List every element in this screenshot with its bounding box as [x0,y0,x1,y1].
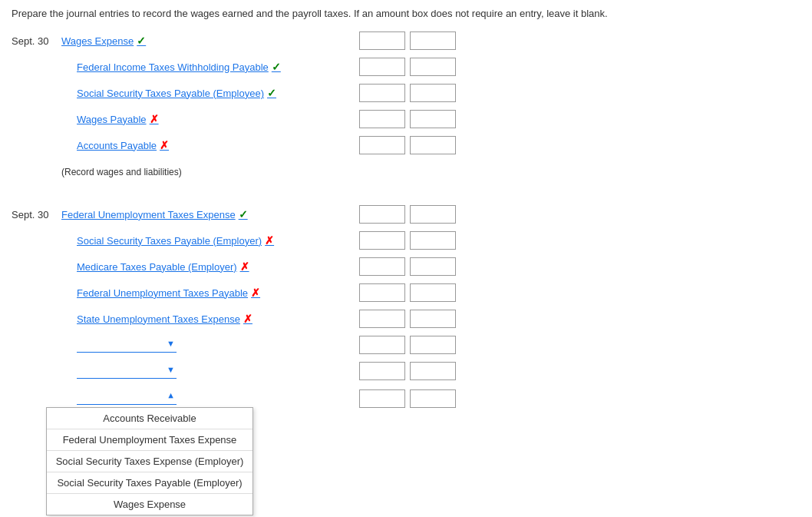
federal-unemp-payable-cross: ✗ [251,287,260,299]
account-wages-payable: Wages Payable ✗ [61,113,353,125]
wages-payable-label: Wages Payable [77,114,147,125]
medicare-employer-cross: ✗ [240,260,249,273]
dropdown-option-accounts-receivable[interactable]: Accounts Receivable [47,408,253,429]
date-sept30-2: Sept. 30 [12,209,61,220]
journal-row-social-security-employer: Social Security Taxes Payable (Employer)… [12,230,800,251]
credit-federal-income[interactable] [410,58,456,76]
accounts-payable-label: Accounts Payable [77,140,157,151]
credit-dropdown-2[interactable] [410,362,456,380]
account-accounts-payable: Accounts Payable ✗ [61,139,353,151]
accounts-payable-cross: ✗ [160,139,169,151]
dropdown-option-social-security-exp-employer[interactable]: Social Security Taxes Expense (Employer) [47,451,253,472]
dropdown-arrow-1: ▼ [167,339,175,348]
credit-medicare-employer[interactable] [410,257,456,276]
debit-accounts-payable[interactable] [359,136,405,154]
credit-federal-unemp-exp[interactable] [410,205,456,224]
wages-expense-check: ✓ [137,35,146,47]
account-social-security-emp: Social Security Taxes Payable (Employee)… [61,87,353,99]
amount-boxes-social-security-employer [359,231,456,250]
account-social-security-employer: Social Security Taxes Payable (Employer)… [61,234,353,247]
federal-unemp-payable-label: Federal Unemployment Taxes Payable [77,287,248,299]
credit-social-security-employer[interactable] [410,231,456,250]
journal-row-dropdown-1: ▼ [12,334,800,356]
journal-row-wages-expense: Sept. 30 Wages Expense ✓ [12,30,800,51]
debit-dropdown-1[interactable] [359,336,405,354]
social-security-emp-label: Social Security Taxes Payable (Employee) [77,88,264,99]
debit-social-security-emp[interactable] [359,84,405,102]
federal-unemp-exp-label: Federal Unemployment Taxes Expense [61,209,236,220]
debit-social-security-employer[interactable] [359,231,405,250]
amount-boxes-dropdown-1 [359,336,456,354]
journal-row-state-unemp-exp: State Unemployment Taxes Expense ✗ [12,308,800,330]
account-federal-income: Federal Income Taxes Withholding Payable… [61,61,353,73]
account-federal-unemp-exp: Federal Unemployment Taxes Expense ✓ [61,208,353,220]
amount-boxes-dropdown-2 [359,362,456,380]
dropdown-option-wages-expense[interactable]: Wages Expense [47,494,253,515]
journal-section-1: Sept. 30 Wages Expense ✓ Federal Income … [12,30,800,182]
account-dropdown-1: ▼ [61,336,353,355]
journal-row-dropdown-3: ▼ Accounts Receivable Federal Unemployme… [12,386,800,408]
account-federal-unemp-payable: Federal Unemployment Taxes Payable ✗ [61,287,353,299]
journal-row-federal-income: Federal Income Taxes Withholding Payable… [12,56,800,78]
journal-note-row-1: (Record wages and liabilities) [12,161,800,182]
account-medicare-employer: Medicare Taxes Payable (Employer) ✗ [61,260,353,273]
credit-wages-expense[interactable] [410,31,456,50]
account-dropdown-3: ▼ Accounts Receivable Federal Unemployme… [61,388,353,407]
journal-row-wages-payable: Wages Payable ✗ [12,108,800,130]
debit-dropdown-2[interactable] [359,362,405,380]
federal-income-check: ✓ [272,61,281,73]
amount-boxes-wages-payable [359,110,456,128]
dropdown-menu-3: Accounts Receivable Federal Unemployment… [46,407,253,515]
debit-medicare-employer[interactable] [359,257,405,276]
credit-accounts-payable[interactable] [410,136,456,154]
amount-boxes-wages-expense [359,31,456,50]
dropdown-trigger-1[interactable]: ▼ [77,336,177,353]
amount-boxes-state-unemp-exp [359,310,456,328]
credit-state-unemp-exp[interactable] [410,310,456,328]
state-unemp-exp-cross: ✗ [243,313,253,325]
debit-federal-unemp-payable[interactable] [359,283,405,302]
dropdown-option-federal-unemp-exp[interactable]: Federal Unemployment Taxes Expense [47,429,253,451]
federal-unemp-exp-check: ✓ [239,208,248,220]
amount-boxes-federal-unemp-payable [359,283,456,302]
credit-dropdown-3[interactable] [410,389,456,408]
credit-social-security-emp[interactable] [410,84,456,102]
social-security-employer-label: Social Security Taxes Payable (Employer) [77,235,262,247]
debit-federal-unemp-exp[interactable] [359,205,405,224]
account-state-unemp-exp: State Unemployment Taxes Expense ✗ [61,313,353,325]
journal-note-1: (Record wages and liabilities) [61,167,182,177]
account-dropdown-2: ▼ [61,362,353,381]
dropdown-arrow-3: ▼ [167,392,175,401]
date-sept30-1: Sept. 30 [12,35,61,47]
journal-row-federal-unemp-exp: Sept. 30 Federal Unemployment Taxes Expe… [12,204,800,225]
journal-row-medicare-employer: Medicare Taxes Payable (Employer) ✗ [12,256,800,277]
dropdown-trigger-3[interactable]: ▼ [77,388,177,405]
wages-expense-label: Wages Expense [61,35,134,47]
dropdown-arrow-2: ▼ [167,365,175,374]
credit-dropdown-1[interactable] [410,336,456,354]
debit-dropdown-3[interactable] [359,389,405,408]
amount-boxes-dropdown-3 [359,389,456,408]
journal-row-dropdown-2: ▼ [12,360,800,382]
dropdown-trigger-2[interactable]: ▼ [77,362,177,379]
account-wages-expense: Wages Expense ✓ [61,35,353,47]
dropdown-option-social-security-payable-employer[interactable]: Social Security Taxes Payable (Employer) [47,472,253,494]
amount-boxes-social-security-emp [359,84,456,102]
amount-boxes-federal-unemp-exp [359,205,456,224]
debit-state-unemp-exp[interactable] [359,310,405,328]
journal-row-federal-unemp-payable: Federal Unemployment Taxes Payable ✗ [12,282,800,303]
federal-income-label: Federal Income Taxes Withholding Payable [77,61,269,73]
journal-row-accounts-payable: Accounts Payable ✗ [12,134,800,156]
amount-boxes-federal-income [359,58,456,76]
credit-federal-unemp-payable[interactable] [410,283,456,302]
debit-federal-income[interactable] [359,58,405,76]
journal-row-social-security-emp: Social Security Taxes Payable (Employee)… [12,82,800,104]
credit-wages-payable[interactable] [410,110,456,128]
social-security-employer-cross: ✗ [265,234,274,247]
instruction-text: Prepare the journal entries to record th… [12,8,800,19]
amount-boxes-medicare-employer [359,257,456,276]
amount-boxes-accounts-payable [359,136,456,154]
debit-wages-payable[interactable] [359,110,405,128]
debit-wages-expense[interactable] [359,31,405,50]
journal-section-2: Sept. 30 Federal Unemployment Taxes Expe… [12,204,800,408]
